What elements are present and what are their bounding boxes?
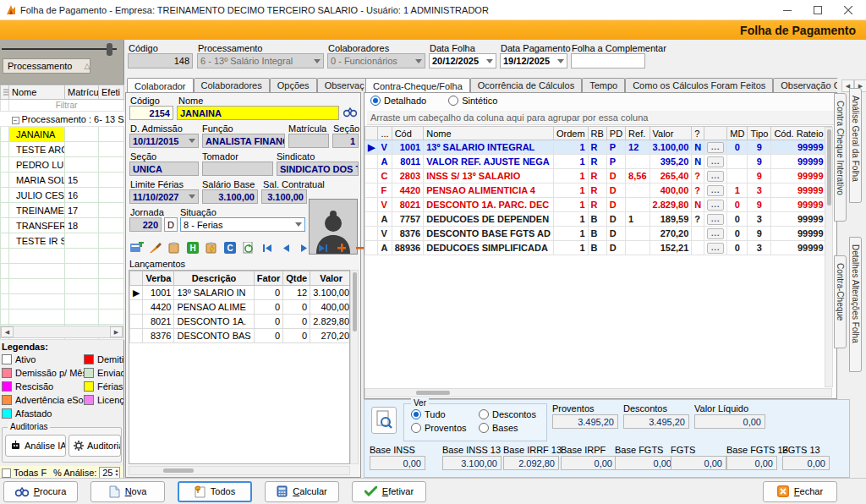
- col-header-matricula[interactable]: Matrícula: [65, 85, 99, 100]
- cell-efetivo[interactable]: [99, 218, 124, 233]
- codigo-field[interactable]: 2154: [129, 106, 173, 120]
- cell-question[interactable]: N: [692, 140, 704, 155]
- cell-rateio[interactable]: 99999: [771, 227, 826, 241]
- cell-ordem[interactable]: 1: [553, 140, 588, 155]
- table-row[interactable]: 8021DESCONTO 1A.002.829,80: [130, 315, 351, 329]
- secao-num-field[interactable]: 1: [332, 134, 359, 148]
- cell-rb[interactable]: B: [588, 227, 606, 241]
- cell-md[interactable]: 0: [727, 140, 748, 155]
- col-header-?[interactable]: ?: [692, 127, 704, 140]
- tomador-field[interactable]: [202, 162, 273, 176]
- col-header-ordem[interactable]: Ordem: [553, 127, 588, 140]
- col-header--[interactable]: ...: [378, 127, 392, 140]
- preview-contracheque-button[interactable]: [371, 407, 397, 434]
- cell-question[interactable]: ?: [692, 169, 704, 184]
- cell-cod[interactable]: 8376: [392, 227, 424, 241]
- fechar-button[interactable]: Fechar: [763, 481, 837, 502]
- col-header-c-d[interactable]: Cód: [392, 127, 424, 140]
- cell-ref[interactable]: 1: [626, 212, 650, 227]
- cell-ordem[interactable]: 1: [553, 212, 588, 227]
- cell-nome[interactable]: MARIA SOL: [9, 173, 65, 188]
- cell-valor[interactable]: 189,59: [650, 212, 692, 227]
- ver-radio-descontos[interactable]: Descontos: [479, 409, 546, 419]
- cell-matricula[interactable]: [65, 127, 99, 142]
- funcao-field[interactable]: ANALISTA FINANCEI: [202, 134, 285, 148]
- cell-tipo[interactable]: 9: [748, 198, 771, 212]
- cell-qtde[interactable]: 12: [283, 286, 310, 300]
- cell-nome[interactable]: JULIO CESA: [9, 188, 65, 203]
- tab-contra-cheque-folha[interactable]: Contra-Cheque/Folha: [365, 78, 470, 93]
- cell-nome[interactable]: TESTE ARC: [9, 142, 65, 157]
- cell-verba[interactable]: 1001: [143, 286, 174, 300]
- table-row[interactable]: V8021DESCONTO 1A. PARC. DEC1RD2.829,80N.…: [365, 198, 833, 212]
- cell-pd[interactable]: P: [606, 155, 625, 169]
- nav-first-icon[interactable]: [260, 241, 274, 255]
- cell-ref[interactable]: [626, 241, 650, 255]
- cell-ref[interactable]: [626, 227, 650, 241]
- scroll-right-icon[interactable]: ▶: [110, 326, 123, 337]
- cell-nome[interactable]: PENSAO ALIMENTICIA 4: [424, 184, 554, 198]
- cell-nome[interactable]: TRANSFER: [9, 218, 65, 233]
- cell-matricula[interactable]: 15: [65, 173, 99, 188]
- cell-efetivo[interactable]: [99, 233, 124, 249]
- cell-efetivo[interactable]: [99, 142, 124, 157]
- cell-rb[interactable]: R: [588, 169, 606, 184]
- cell-rb[interactable]: R: [588, 198, 606, 212]
- cell-flag[interactable]: V: [378, 198, 392, 212]
- cell-verba[interactable]: 8021: [143, 315, 174, 329]
- col-header-md[interactable]: MD: [727, 127, 748, 140]
- cell-nome[interactable]: INSS S/ 13º SALARIO: [424, 169, 554, 184]
- row-detail-button[interactable]: ...: [707, 243, 724, 254]
- cell-efetivo[interactable]: [99, 127, 124, 142]
- cell-cod[interactable]: 2803: [392, 169, 424, 184]
- tab-colaboradores[interactable]: Colaboradores: [194, 78, 270, 93]
- row-detail-button[interactable]: ...: [707, 142, 724, 153]
- cell-pd[interactable]: D: [606, 198, 625, 212]
- table-row[interactable]: V8376DESCONTO BASE FGTS AD1BD270,20...09…: [365, 227, 833, 241]
- cell-rb[interactable]: R: [588, 155, 606, 169]
- ver-radio-tudo[interactable]: Tudo: [411, 409, 479, 419]
- add-icon[interactable]: [334, 241, 348, 255]
- new-record-icon[interactable]: [129, 241, 144, 255]
- sidebar-horizontal-scrollbar[interactable]: ◀ ▶: [0, 326, 123, 338]
- lancamentos-vscrollbar[interactable]: [350, 270, 359, 464]
- clipboard-icon[interactable]: [167, 241, 181, 255]
- cell-md[interactable]: 0: [727, 198, 748, 212]
- cell-ordem[interactable]: 1: [553, 184, 588, 198]
- cell-tipo[interactable]: 3: [748, 212, 771, 227]
- close-icon[interactable]: [836, 2, 861, 19]
- cell-flag[interactable]: A: [378, 155, 392, 169]
- cell-pd[interactable]: D: [606, 169, 625, 184]
- filter-funnel-icon[interactable]: [1, 100, 9, 112]
- cell-nome[interactable]: DESCONTO BASE FGTS AD: [424, 227, 554, 241]
- cell-pd[interactable]: D: [606, 212, 625, 227]
- col-header-verba[interactable]: Verba: [143, 271, 174, 286]
- cell-rateio[interactable]: 99999: [771, 184, 826, 198]
- cell-rateio[interactable]: 99999: [771, 241, 826, 255]
- row-detail-button[interactable]: ...: [707, 171, 724, 182]
- cell-rb[interactable]: B: [588, 212, 606, 227]
- cell-ordem[interactable]: 1: [553, 155, 588, 169]
- cell-fator[interactable]: 0: [254, 329, 283, 343]
- cell-flag[interactable]: C: [378, 169, 392, 184]
- cell-pd[interactable]: D: [606, 227, 625, 241]
- col-header-nome[interactable]: Nome: [424, 127, 554, 140]
- cell-descricao[interactable]: PENSAO ALIME: [174, 300, 254, 315]
- cell-valor[interactable]: 270,20: [650, 227, 692, 241]
- cell-matricula[interactable]: [65, 157, 99, 173]
- cell-rateio[interactable]: 99999: [771, 155, 826, 169]
- group-by-hint[interactable]: Arraste um cabeçalho da coluna aqui para…: [367, 111, 834, 125]
- cell-question[interactable]: N: [692, 155, 704, 169]
- cell-nome[interactable]: VALOR REF. AJUSTE NEGA: [424, 155, 554, 169]
- row-detail-button[interactable]: ...: [707, 185, 724, 196]
- percent-analise-stepper[interactable]: 25 ▲▼: [99, 467, 120, 479]
- tab-contra-cheque-interativo[interactable]: Contra Cheque Interativo: [834, 93, 847, 222]
- table-row[interactable]: TESTE IR S: [1, 233, 124, 249]
- table-row[interactable]: JANAINA: [1, 127, 124, 142]
- situacao-combo[interactable]: 8 - Ferias: [180, 217, 305, 232]
- cell-nome[interactable]: PEDRO LUI: [9, 157, 65, 173]
- cell-nome[interactable]: DEDUCOES SIMPLIFICADA: [424, 241, 554, 255]
- table-row[interactable]: ▶100113º SALARIO IN0123.100,00: [130, 286, 351, 300]
- processamento-combo[interactable]: 6 - 13º Salário Integral: [197, 53, 324, 68]
- row-detail-button[interactable]: ...: [707, 228, 724, 239]
